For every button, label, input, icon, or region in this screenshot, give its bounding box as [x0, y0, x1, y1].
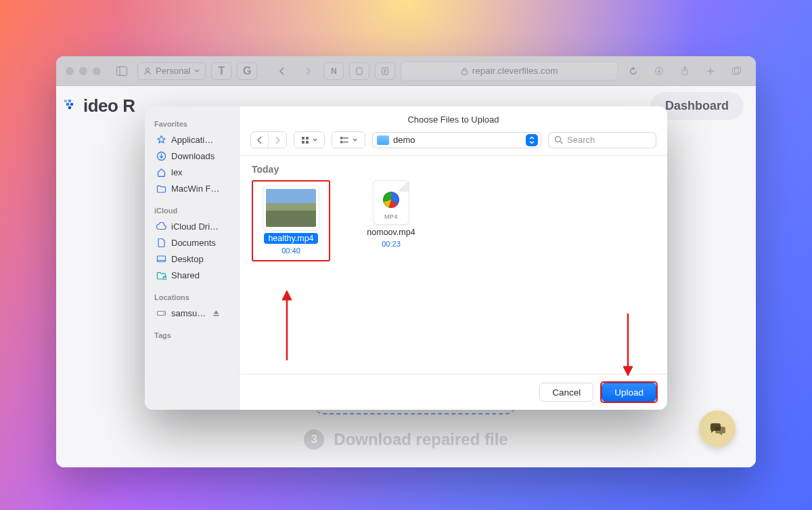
sidebar-item-icloud-drive[interactable]: iCloud Dri…	[154, 219, 232, 234]
upload-label: Upload	[614, 387, 644, 398]
sidebar-label: Downloads	[171, 151, 215, 161]
search-placeholder: Search	[567, 135, 595, 145]
sidebar-item-documents[interactable]: Documents	[154, 235, 232, 250]
upload-button[interactable]: Upload	[602, 383, 656, 402]
site-title-fragment: ideo R	[83, 95, 135, 116]
svg-rect-27	[302, 141, 304, 144]
sidebar-item-applications[interactable]: Applicati…	[154, 132, 232, 147]
logo-v-icon	[63, 98, 82, 114]
folder-icon	[377, 135, 389, 145]
sidebar-label: Desktop	[171, 254, 204, 264]
nav-back-button[interactable]	[251, 132, 269, 148]
file-thumbnail: MP4	[373, 180, 409, 225]
file-duration: 00:23	[382, 240, 401, 248]
chevron-down-icon	[313, 137, 317, 142]
svg-rect-30	[343, 137, 348, 139]
svg-line-34	[560, 142, 562, 144]
folder-icon	[156, 183, 166, 194]
downloads-folder-icon	[156, 150, 166, 161]
file-picker-sidebar: Favorites Applicati… Downloads lex MacWi…	[145, 106, 240, 410]
sidebar-section-tags: Tags	[154, 331, 232, 339]
file-picker-main: Choose Files to Upload demo	[240, 106, 667, 410]
group-today: Today	[250, 160, 656, 180]
nav-forward-button[interactable]	[269, 132, 286, 148]
svg-rect-32	[343, 142, 348, 143]
sidebar-section-favorites: Favorites	[154, 120, 232, 128]
svg-point-17	[68, 106, 72, 110]
sidebar-item-home[interactable]: lex	[154, 165, 232, 179]
sidebar-label: iCloud Dri…	[171, 221, 219, 232]
svg-point-33	[556, 137, 561, 142]
shared-folder-icon	[156, 270, 166, 280]
chevron-down-icon	[353, 137, 357, 142]
file-item-healthy[interactable]: healthy.mp4 00:40	[254, 180, 328, 261]
sidebar-label: Applicati…	[171, 135, 213, 145]
document-icon	[156, 237, 166, 248]
file-list-area[interactable]: Today healthy.mp4 00:40 MP4 n	[240, 156, 667, 374]
applications-icon	[156, 134, 166, 145]
svg-point-16	[70, 103, 74, 106]
file-search-field[interactable]: Search	[548, 132, 656, 148]
sidebar-section-icloud: iCloud	[154, 207, 232, 215]
sidebar-label: samsu…	[171, 308, 206, 318]
svg-rect-19	[157, 256, 165, 262]
svg-point-15	[66, 103, 70, 106]
file-picker-dialog: Favorites Applicati… Downloads lex MacWi…	[145, 106, 667, 410]
cancel-label: Cancel	[552, 387, 581, 398]
svg-rect-26	[306, 137, 309, 140]
chat-fab[interactable]	[699, 410, 736, 447]
step-3-label: Download repaired file	[334, 430, 508, 449]
eject-icon[interactable]	[210, 307, 221, 318]
sidebar-label: lex	[171, 167, 183, 177]
sidebar-section-locations: Locations	[154, 293, 232, 301]
step-3-badge: 3	[304, 429, 324, 450]
nav-back-forward	[250, 131, 287, 148]
sidebar-item-shared[interactable]: Shared	[154, 268, 232, 282]
group-button[interactable]	[332, 132, 365, 148]
path-label: demo	[393, 135, 415, 145]
file-duration: 00:40	[281, 247, 300, 255]
dashboard-label: Dashboard	[665, 99, 729, 112]
file-picker-toolbar: demo Search	[240, 131, 667, 155]
step-3-row: 3 Download repaired file	[56, 429, 756, 450]
dialog-title: Choose Files to Upload	[240, 106, 667, 131]
group-by-picker[interactable]	[332, 131, 365, 148]
file-thumbnail	[263, 186, 319, 230]
svg-rect-31	[340, 141, 343, 144]
path-dropdown-arrow[interactable]	[526, 134, 538, 146]
file-type-badge: MP4	[374, 213, 409, 220]
sidebar-label: Shared	[171, 270, 200, 280]
svg-rect-28	[306, 141, 309, 144]
quicktime-icon	[383, 192, 399, 208]
file-name: nomoov.mp4	[367, 228, 415, 237]
svg-point-21	[163, 276, 166, 280]
sidebar-label: Documents	[171, 238, 216, 248]
icon-view-button[interactable]	[294, 132, 324, 148]
file-item-nomoov[interactable]: MP4 nomoov.mp4 00:23	[355, 180, 428, 261]
home-icon	[156, 167, 166, 177]
sidebar-label: MacWin F…	[171, 184, 220, 194]
dialog-footer: Cancel Upload	[240, 374, 667, 410]
search-icon	[554, 135, 563, 144]
svg-rect-24	[213, 315, 219, 316]
site-logo[interactable]: ideo R	[63, 95, 135, 116]
sidebar-item-desktop[interactable]: Desktop	[154, 251, 232, 266]
desktop-icon	[156, 253, 166, 264]
svg-point-23	[163, 312, 164, 314]
sidebar-item-downloads[interactable]: Downloads	[154, 148, 232, 163]
sidebar-item-macwin[interactable]: MacWin F…	[154, 181, 232, 196]
external-drive-icon	[156, 307, 166, 318]
view-mode-picker[interactable]	[294, 131, 325, 148]
cancel-button[interactable]: Cancel	[539, 383, 593, 402]
sidebar-item-samsung[interactable]: samsu…	[154, 305, 232, 320]
file-grid: healthy.mp4 00:40 MP4 nomoov.mp4 00:23	[250, 180, 656, 261]
svg-point-13	[64, 100, 68, 103]
annotation-highlight-box: healthy.mp4 00:40	[252, 180, 330, 261]
svg-rect-29	[340, 137, 343, 140]
cloud-icon	[156, 221, 166, 232]
chat-icon	[708, 421, 726, 437]
path-popup[interactable]: demo	[372, 132, 541, 148]
file-name: healthy.mp4	[264, 233, 317, 244]
svg-point-14	[68, 100, 72, 103]
svg-rect-25	[302, 137, 304, 140]
